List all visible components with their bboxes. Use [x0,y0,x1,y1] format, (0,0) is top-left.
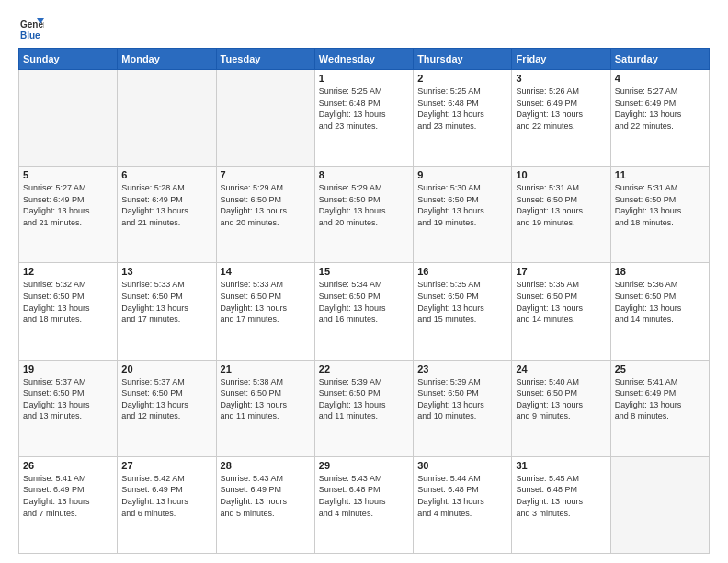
weekday-header-tuesday: Tuesday [216,49,314,70]
calendar-cell [19,70,118,167]
calendar-cell: 6Sunrise: 5:28 AM Sunset: 6:49 PM Daylig… [118,167,216,263]
day-info: Sunrise: 5:35 AM Sunset: 6:50 PM Dayligh… [417,279,507,325]
svg-text:Blue: Blue [20,30,40,40]
day-info: Sunrise: 5:38 AM Sunset: 6:50 PM Dayligh… [221,376,311,422]
day-number: 18 [615,266,705,277]
weekday-header-row: SundayMondayTuesdayWednesdayThursdayFrid… [19,49,710,70]
weekday-header-wednesday: Wednesday [314,49,413,70]
day-info: Sunrise: 5:39 AM Sunset: 6:50 PM Dayligh… [417,376,507,422]
day-info: Sunrise: 5:27 AM Sunset: 6:49 PM Dayligh… [23,182,113,228]
logo-icon: General Blue [18,15,44,40]
calendar-cell: 28Sunrise: 5:43 AM Sunset: 6:49 PM Dayli… [216,456,314,553]
calendar-cell: 26Sunrise: 5:41 AM Sunset: 6:49 PM Dayli… [19,456,118,553]
day-number: 21 [221,363,311,374]
day-number: 13 [121,266,211,277]
day-info: Sunrise: 5:33 AM Sunset: 6:50 PM Dayligh… [121,279,211,325]
calendar-cell: 25Sunrise: 5:41 AM Sunset: 6:49 PM Dayli… [610,360,709,456]
calendar-cell: 14Sunrise: 5:33 AM Sunset: 6:50 PM Dayli… [216,263,314,360]
day-number: 11 [615,169,705,180]
day-number: 15 [319,266,409,277]
weekday-header-thursday: Thursday [414,49,512,70]
week-row-2: 5Sunrise: 5:27 AM Sunset: 6:49 PM Daylig… [19,167,710,263]
calendar-cell: 30Sunrise: 5:44 AM Sunset: 6:48 PM Dayli… [414,456,512,553]
day-info: Sunrise: 5:44 AM Sunset: 6:48 PM Dayligh… [417,473,507,519]
day-number: 3 [516,73,606,84]
calendar-cell: 24Sunrise: 5:40 AM Sunset: 6:50 PM Dayli… [512,360,610,456]
day-number: 2 [417,73,507,84]
day-number: 28 [221,460,311,471]
weekday-header-saturday: Saturday [610,49,709,70]
day-info: Sunrise: 5:35 AM Sunset: 6:50 PM Dayligh… [516,279,606,325]
day-info: Sunrise: 5:30 AM Sunset: 6:50 PM Dayligh… [417,182,507,228]
week-row-3: 12Sunrise: 5:32 AM Sunset: 6:50 PM Dayli… [19,263,710,360]
day-number: 6 [121,169,211,180]
day-number: 30 [417,460,507,471]
day-number: 31 [516,460,606,471]
calendar-cell: 11Sunrise: 5:31 AM Sunset: 6:50 PM Dayli… [610,167,709,263]
day-info: Sunrise: 5:27 AM Sunset: 6:49 PM Dayligh… [615,86,705,132]
day-number: 29 [319,460,409,471]
calendar-cell: 5Sunrise: 5:27 AM Sunset: 6:49 PM Daylig… [19,167,118,263]
calendar-cell: 12Sunrise: 5:32 AM Sunset: 6:50 PM Dayli… [19,263,118,360]
day-info: Sunrise: 5:37 AM Sunset: 6:50 PM Dayligh… [121,376,211,422]
calendar-cell: 17Sunrise: 5:35 AM Sunset: 6:50 PM Dayli… [512,263,610,360]
day-number: 4 [615,73,705,84]
day-info: Sunrise: 5:34 AM Sunset: 6:50 PM Dayligh… [319,279,409,325]
calendar-cell: 27Sunrise: 5:42 AM Sunset: 6:49 PM Dayli… [118,456,216,553]
day-info: Sunrise: 5:40 AM Sunset: 6:50 PM Dayligh… [516,376,606,422]
calendar-cell: 21Sunrise: 5:38 AM Sunset: 6:50 PM Dayli… [216,360,314,456]
day-info: Sunrise: 5:43 AM Sunset: 6:49 PM Dayligh… [221,473,311,519]
calendar-table: SundayMondayTuesdayWednesdayThursdayFrid… [18,48,710,554]
calendar-cell: 23Sunrise: 5:39 AM Sunset: 6:50 PM Dayli… [414,360,512,456]
day-number: 23 [417,363,507,374]
day-number: 26 [23,460,113,471]
calendar-cell: 18Sunrise: 5:36 AM Sunset: 6:50 PM Dayli… [610,263,709,360]
day-number: 9 [417,169,507,180]
day-info: Sunrise: 5:31 AM Sunset: 6:50 PM Dayligh… [615,182,705,228]
logo: General Blue [18,15,48,40]
calendar-cell: 19Sunrise: 5:37 AM Sunset: 6:50 PM Dayli… [19,360,118,456]
day-number: 7 [221,169,311,180]
weekday-header-friday: Friday [512,49,610,70]
day-info: Sunrise: 5:42 AM Sunset: 6:49 PM Dayligh… [121,473,211,519]
day-number: 8 [319,169,409,180]
calendar-cell: 22Sunrise: 5:39 AM Sunset: 6:50 PM Dayli… [314,360,413,456]
day-number: 1 [319,73,409,84]
day-info: Sunrise: 5:28 AM Sunset: 6:49 PM Dayligh… [121,182,211,228]
calendar-cell: 7Sunrise: 5:29 AM Sunset: 6:50 PM Daylig… [216,167,314,263]
day-number: 12 [23,266,113,277]
day-info: Sunrise: 5:37 AM Sunset: 6:50 PM Dayligh… [23,376,113,422]
day-info: Sunrise: 5:26 AM Sunset: 6:49 PM Dayligh… [516,86,606,132]
header: General Blue [18,15,710,40]
weekday-header-sunday: Sunday [19,49,118,70]
calendar-cell [610,456,709,553]
day-info: Sunrise: 5:45 AM Sunset: 6:48 PM Dayligh… [516,473,606,519]
day-info: Sunrise: 5:29 AM Sunset: 6:50 PM Dayligh… [319,182,409,228]
day-number: 16 [417,266,507,277]
day-number: 10 [516,169,606,180]
weekday-header-monday: Monday [118,49,216,70]
day-info: Sunrise: 5:31 AM Sunset: 6:50 PM Dayligh… [516,182,606,228]
calendar-cell: 29Sunrise: 5:43 AM Sunset: 6:48 PM Dayli… [314,456,413,553]
day-info: Sunrise: 5:29 AM Sunset: 6:50 PM Dayligh… [221,182,311,228]
calendar-cell: 10Sunrise: 5:31 AM Sunset: 6:50 PM Dayli… [512,167,610,263]
day-info: Sunrise: 5:36 AM Sunset: 6:50 PM Dayligh… [615,279,705,325]
day-number: 14 [221,266,311,277]
week-row-4: 19Sunrise: 5:37 AM Sunset: 6:50 PM Dayli… [19,360,710,456]
calendar-cell [118,70,216,167]
calendar-page: General Blue SundayMondayTuesdayWednesda… [0,0,728,563]
calendar-cell: 3Sunrise: 5:26 AM Sunset: 6:49 PM Daylig… [512,70,610,167]
day-number: 5 [23,169,113,180]
day-number: 17 [516,266,606,277]
calendar-cell: 20Sunrise: 5:37 AM Sunset: 6:50 PM Dayli… [118,360,216,456]
calendar-cell: 16Sunrise: 5:35 AM Sunset: 6:50 PM Dayli… [414,263,512,360]
day-info: Sunrise: 5:41 AM Sunset: 6:49 PM Dayligh… [615,376,705,422]
calendar-cell: 1Sunrise: 5:25 AM Sunset: 6:48 PM Daylig… [314,70,413,167]
calendar-cell [216,70,314,167]
day-number: 25 [615,363,705,374]
day-info: Sunrise: 5:41 AM Sunset: 6:49 PM Dayligh… [23,473,113,519]
calendar-cell: 2Sunrise: 5:25 AM Sunset: 6:48 PM Daylig… [414,70,512,167]
calendar-cell: 31Sunrise: 5:45 AM Sunset: 6:48 PM Dayli… [512,456,610,553]
day-number: 20 [121,363,211,374]
calendar-cell: 4Sunrise: 5:27 AM Sunset: 6:49 PM Daylig… [610,70,709,167]
